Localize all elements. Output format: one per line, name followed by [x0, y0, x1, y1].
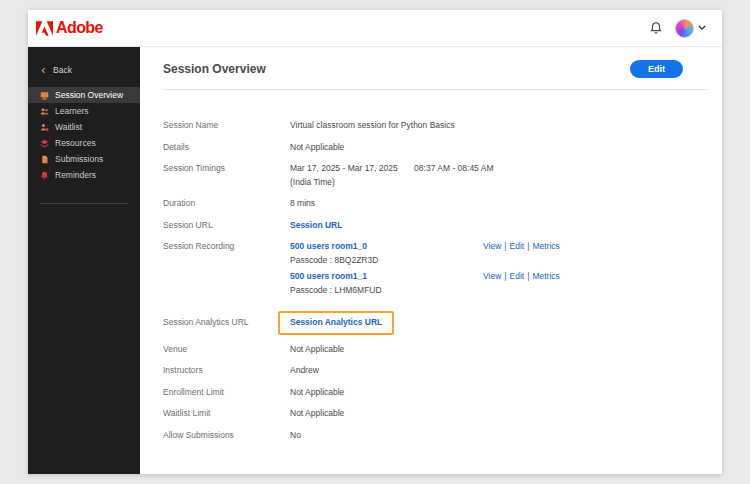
- adobe-logo-text: Adobe: [56, 19, 103, 37]
- sidebar-item-waitlist[interactable]: Waitlist: [28, 119, 140, 135]
- page-title: Session Overview: [163, 62, 266, 76]
- recording-item: 500 users room1_0 Passcode : 8BQ2ZR3D Vi…: [290, 241, 560, 266]
- main-header: Session Overview Edit: [163, 60, 707, 78]
- sidebar: Back Session Overview: [28, 47, 140, 474]
- edit-link[interactable]: Edit: [510, 241, 525, 251]
- field-session-name: Session Name Virtual classroom session f…: [163, 120, 707, 132]
- back-label: Back: [53, 65, 72, 75]
- recording-link[interactable]: 500 users room1_1: [290, 271, 367, 281]
- waitlist-icon: [40, 123, 49, 132]
- field-label: Session Name: [163, 120, 290, 132]
- sidebar-item-session-overview[interactable]: Session Overview: [28, 87, 140, 103]
- field-duration: Duration 8 mins: [163, 198, 707, 210]
- field-enrollment-limit: Enrollment Limit Not Applicable: [163, 387, 707, 399]
- field-label: Session Analytics URL: [163, 317, 290, 329]
- recording-list: 500 users room1_0 Passcode : 8BQ2ZR3D Vi…: [290, 241, 560, 301]
- sidebar-item-label: Submissions: [55, 155, 103, 164]
- field-session-url: Session URL Session URL: [163, 220, 707, 232]
- action-separator: |: [504, 241, 506, 251]
- recording-passcode: Passcode : LHM6MFUD: [290, 285, 483, 297]
- recording-link[interactable]: 500 users room1_0: [290, 241, 367, 251]
- field-session-recording: Session Recording 500 users room1_0 Pass…: [163, 241, 707, 301]
- recording-item: 500 users room1_1 Passcode : LHM6MFUD Vi…: [290, 271, 560, 296]
- reminders-icon: [40, 171, 49, 180]
- profile-menu[interactable]: [675, 19, 706, 38]
- sidebar-item-reminders[interactable]: Reminders: [28, 167, 140, 183]
- field-value: Not Applicable: [290, 408, 344, 420]
- session-overview-icon: [40, 91, 49, 100]
- field-label: Session Recording: [163, 241, 290, 301]
- timing-line: Mar 17, 2025 - Mar 17, 2025 08:37 AM - 0…: [290, 163, 494, 175]
- field-details: Details Not Applicable: [163, 142, 707, 154]
- action-separator: |: [527, 241, 529, 251]
- field-session-timings: Session Timings Mar 17, 2025 - Mar 17, 2…: [163, 163, 707, 188]
- field-label: Duration: [163, 198, 290, 210]
- avatar: [675, 19, 694, 38]
- top-bar: Adobe: [28, 10, 722, 47]
- annotation-highlight-box: Session Analytics URL: [278, 311, 394, 335]
- metrics-link[interactable]: Metrics: [532, 271, 559, 281]
- timing-times: 08:37 AM - 08:45 AM: [414, 163, 493, 173]
- sidebar-item-learners[interactable]: Learners: [28, 103, 140, 119]
- field-label: Session Timings: [163, 163, 290, 188]
- sidebar-item-label: Waitlist: [55, 123, 82, 132]
- field-value: No: [290, 430, 301, 442]
- sidebar-item-submissions[interactable]: Submissions: [28, 151, 140, 167]
- action-separator: |: [527, 271, 529, 281]
- sidebar-item-label: Resources: [55, 139, 96, 148]
- sidebar-item-resources[interactable]: Resources: [28, 135, 140, 151]
- back-button[interactable]: Back: [28, 61, 140, 87]
- back-chevron-icon: [40, 66, 47, 75]
- field-instructors: Instructors Andrew: [163, 365, 707, 377]
- session-url-link[interactable]: Session URL: [290, 220, 342, 230]
- field-label: Instructors: [163, 365, 290, 377]
- field-allow-submissions: Allow Submissions No: [163, 430, 707, 442]
- field-label: Waitlist Limit: [163, 408, 290, 420]
- submissions-icon: [40, 155, 49, 164]
- main-content: Session Overview Edit Session Name Virtu…: [140, 47, 722, 474]
- session-analytics-url-link[interactable]: Session Analytics URL: [290, 317, 382, 327]
- topbar-actions: [649, 19, 706, 38]
- header-divider: [163, 89, 707, 90]
- timing-dates: Mar 17, 2025 - Mar 17, 2025: [290, 163, 398, 173]
- field-value: Virtual classroom session for Python Bas…: [290, 120, 455, 132]
- recording-actions: View|Edit|Metrics: [483, 241, 560, 266]
- field-label: Allow Submissions: [163, 430, 290, 442]
- session-fields: Session Name Virtual classroom session f…: [163, 120, 707, 451]
- notifications-bell-icon[interactable]: [649, 21, 663, 35]
- view-link[interactable]: View: [483, 271, 501, 281]
- field-value: Andrew: [290, 365, 319, 377]
- field-label: Details: [163, 142, 290, 154]
- adobe-logo[interactable]: Adobe: [36, 19, 103, 37]
- chevron-down-icon: [698, 25, 706, 31]
- sidebar-item-label: Learners: [55, 107, 89, 116]
- field-value: Not Applicable: [290, 344, 344, 356]
- field-value: 8 mins: [290, 198, 315, 210]
- recording-info: 500 users room1_1 Passcode : LHM6MFUD: [290, 271, 483, 296]
- adobe-logo-icon: [36, 21, 53, 36]
- app-window: Adobe: [28, 10, 722, 474]
- view-link[interactable]: View: [483, 241, 501, 251]
- field-label: Venue: [163, 344, 290, 356]
- field-waitlist-limit: Waitlist Limit Not Applicable: [163, 408, 707, 420]
- edit-button[interactable]: Edit: [630, 60, 683, 78]
- field-venue: Venue Not Applicable: [163, 344, 707, 356]
- field-value: Not Applicable: [290, 142, 344, 154]
- sidebar-divider: [40, 203, 128, 204]
- sidebar-item-label: Reminders: [55, 171, 96, 180]
- learners-icon: [40, 107, 49, 116]
- recording-passcode: Passcode : 8BQ2ZR3D: [290, 255, 483, 267]
- field-label: Session URL: [163, 220, 290, 232]
- sidebar-item-label: Session Overview: [55, 91, 123, 100]
- resources-icon: [40, 139, 49, 148]
- field-value: Not Applicable: [290, 387, 344, 399]
- recording-info: 500 users room1_0 Passcode : 8BQ2ZR3D: [290, 241, 483, 266]
- edit-link[interactable]: Edit: [510, 271, 525, 281]
- metrics-link[interactable]: Metrics: [532, 241, 559, 251]
- recording-actions: View|Edit|Metrics: [483, 271, 560, 296]
- action-separator: |: [504, 271, 506, 281]
- field-value: Mar 17, 2025 - Mar 17, 2025 08:37 AM - 0…: [290, 163, 494, 188]
- field-session-analytics-url: Session Analytics URL Session Analytics …: [163, 311, 707, 335]
- field-label: Enrollment Limit: [163, 387, 290, 399]
- timing-timezone: (India Time): [290, 177, 494, 189]
